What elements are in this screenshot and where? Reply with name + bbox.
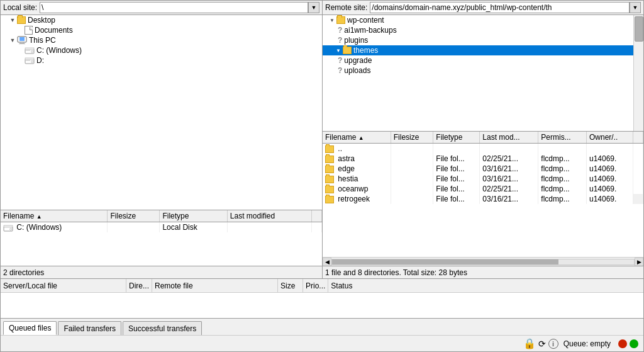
- expand-icon-cwindows: [16, 46, 25, 55]
- doc-icon-documents: [25, 26, 33, 35]
- queue-text: Queue: empty: [564, 339, 611, 348]
- question-icon-uploads: ?: [338, 66, 342, 75]
- tree-item-uploads[interactable]: ? uploads: [323, 65, 633, 76]
- tree-label-cwindows: C: (Windows): [36, 46, 82, 55]
- drive-icon-cwindows: [25, 46, 35, 55]
- expand-icon-themes[interactable]: ▼: [334, 46, 343, 55]
- folder-icon-desktop: [17, 16, 26, 24]
- tree-item-plugins[interactable]: ? plugins: [323, 35, 633, 45]
- tree-item-ai1wm[interactable]: ? ai1wm-backups: [323, 25, 633, 35]
- remote-site-input[interactable]: [370, 2, 630, 13]
- update-icon[interactable]: ⟳: [538, 339, 546, 349]
- remote-file-row-oceanwp[interactable]: oceanwp File fol...02/25/21...flcdmp...u…: [323, 184, 643, 194]
- tree-item-wpcontent[interactable]: ▼ wp-content: [323, 15, 633, 25]
- remote-file-row-astra[interactable]: astra File fol...02/25/21...flcdmp...u14…: [323, 154, 643, 164]
- transfer-col-remote: Remote file: [152, 279, 278, 292]
- folder-icon-hestia: [325, 176, 334, 183]
- tree-item-documents[interactable]: Documents: [1, 25, 322, 35]
- tab-failed[interactable]: Failed transfers: [58, 321, 121, 335]
- status-dot-green: [630, 339, 638, 348]
- transfer-col-status: Status: [328, 279, 643, 292]
- question-icon-plugins: ?: [338, 36, 342, 45]
- folder-icon-edge: [325, 166, 334, 173]
- tree-label-thispc: This PC: [29, 36, 56, 45]
- local-col-modified[interactable]: Last modified: [227, 210, 311, 222]
- svg-rect-5: [25, 48, 34, 50]
- local-col-filesize[interactable]: Filesize: [108, 210, 160, 222]
- transfer-col-size: Size: [278, 279, 303, 292]
- expand-icon-thispc[interactable]: ▼: [8, 36, 17, 45]
- tree-label-themes: themes: [353, 46, 378, 55]
- svg-rect-3: [19, 43, 25, 44]
- app-status-bar: 🔒 ⟳ i Queue: empty: [1, 335, 643, 351]
- folder-icon-wpcontent: [336, 16, 345, 24]
- remote-status-bar: 1 file and 8 directories. Total size: 28…: [323, 266, 643, 278]
- drive-icon-d: [25, 56, 35, 65]
- tree-label-wpcontent: wp-content: [347, 16, 384, 25]
- remote-col-filesize[interactable]: Filesize: [391, 132, 433, 144]
- svg-rect-2: [20, 42, 24, 43]
- folder-icon-astra: [325, 156, 334, 163]
- tree-item-themes[interactable]: ▼ themes: [323, 45, 633, 55]
- question-icon-ai1wm: ?: [338, 26, 342, 35]
- tree-item-d[interactable]: D:: [1, 55, 322, 65]
- tree-label-desktop: Desktop: [28, 16, 55, 25]
- transfer-col-prio: Prio...: [303, 279, 328, 292]
- local-site-label: Local site:: [3, 3, 37, 12]
- info-icon[interactable]: i: [548, 339, 558, 349]
- svg-rect-7: [26, 50, 30, 51]
- expand-icon-d: [16, 56, 25, 65]
- remote-col-owner[interactable]: Owner/..: [587, 132, 633, 144]
- folder-icon-oceanwp: [325, 186, 334, 193]
- hscroll-right-arrow[interactable]: ▶: [635, 258, 643, 266]
- remote-file-row-hestia[interactable]: hestia File fol...03/16/21...flcdmp...u1…: [323, 174, 643, 184]
- local-site-input[interactable]: [40, 2, 308, 13]
- transfer-col-server: Server/Local file: [1, 279, 126, 292]
- remote-col-filename[interactable]: Filename ▲: [323, 132, 391, 144]
- tree-label-upgrade: upgrade: [344, 56, 372, 65]
- folder-icon-retrogeek: [325, 196, 334, 203]
- svg-rect-1: [19, 37, 25, 41]
- question-icon-upgrade: ?: [338, 56, 342, 65]
- local-file-row[interactable]: C: (Windows) Local Disk: [1, 222, 322, 233]
- local-col-filename[interactable]: Filename ▲: [1, 210, 108, 222]
- remote-status-text: 1 file and 8 directories. Total size: 28…: [325, 268, 467, 277]
- tree-item-thispc[interactable]: ▼ This PC: [1, 35, 322, 45]
- svg-rect-13: [4, 225, 13, 227]
- remote-file-list: Filename ▲ Filesize Filetype Last mod...…: [323, 132, 643, 278]
- tree-label-uploads: uploads: [344, 66, 370, 75]
- remote-col-perms[interactable]: Permis...: [538, 132, 587, 144]
- remote-site-label: Remote site:: [325, 3, 367, 12]
- tab-successful[interactable]: Successful transfers: [123, 321, 202, 335]
- remote-hscroll[interactable]: ◀ ▶: [323, 257, 643, 266]
- local-site-dropdown[interactable]: ▼: [308, 2, 319, 13]
- expand-icon-documents: [16, 26, 25, 35]
- transfer-col-dir: Dire...: [126, 279, 152, 292]
- hscroll-left-arrow[interactable]: ◀: [323, 258, 331, 266]
- app-container: Local site: ▼ Remote site: ▼ ▼: [0, 0, 644, 352]
- expand-icon-wpcontent[interactable]: ▼: [328, 16, 336, 25]
- tree-item-upgrade[interactable]: ? upgrade: [323, 55, 633, 65]
- local-col-filetype[interactable]: Filetype: [160, 210, 227, 222]
- svg-rect-9: [25, 58, 34, 60]
- remote-tree: ▼ wp-content ? ai1wm-backups ? plugins: [323, 15, 643, 132]
- remote-file-row-retrogeek[interactable]: retrogeek File fol...03/16/21...flcdmp..…: [323, 194, 643, 204]
- remote-site-dropdown[interactable]: ▼: [630, 2, 641, 13]
- remote-col-filetype[interactable]: Filetype: [433, 132, 480, 144]
- remote-file-row-parent[interactable]: ..: [323, 144, 643, 154]
- tab-queued[interactable]: Queued files: [3, 321, 57, 335]
- status-dot-red: [618, 339, 627, 348]
- drive-icon-row: [3, 224, 13, 232]
- tree-item-cwindows[interactable]: C: (Windows): [1, 45, 322, 55]
- tree-item-desktop[interactable]: ▼ Desktop: [1, 15, 322, 25]
- folder-icon-themes: [343, 47, 352, 54]
- tree-label-documents: Documents: [35, 26, 73, 35]
- transfer-queue: Server/Local file Dire... Remote file Si…: [1, 278, 643, 318]
- remote-file-row-edge[interactable]: edge File fol...03/16/21...flcdmp...u140…: [323, 164, 643, 174]
- lock-icon: 🔒: [523, 338, 536, 349]
- local-status-text: 2 directories: [3, 268, 44, 277]
- svg-rect-11: [26, 60, 30, 61]
- expand-icon-desktop[interactable]: ▼: [8, 16, 17, 25]
- tree-label-ai1wm: ai1wm-backups: [344, 26, 396, 35]
- remote-col-modified[interactable]: Last mod...: [480, 132, 538, 144]
